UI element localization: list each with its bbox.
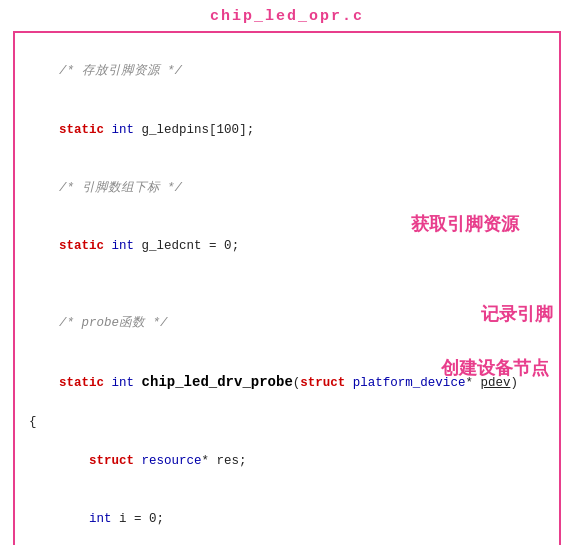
code-line-2: static int g_ledpins[100]; (29, 101, 545, 159)
code-line-3: /* 引脚数组下标 */ (29, 159, 545, 217)
annotation-huoqu: 获取引脚资源 (411, 211, 519, 239)
annotation-chuangjian: 创建设备节点 (441, 355, 549, 383)
code-container: 获取引脚资源 记录引脚 创建设备节点 /* 存放引脚资源 */ static i… (13, 31, 561, 545)
code-line-9: struct resource* res; (29, 433, 545, 491)
page-title: chip_led_opr.c (210, 8, 364, 25)
code-line-5 (29, 276, 545, 295)
code-line-8: { (29, 413, 545, 432)
code-line-1: /* 存放引脚资源 */ (29, 43, 545, 101)
annotation-jilu: 记录引脚 (481, 301, 553, 329)
code-line-10: int i = 0; (29, 491, 545, 545)
code-line-6: /* probe函数 */ (29, 295, 545, 353)
